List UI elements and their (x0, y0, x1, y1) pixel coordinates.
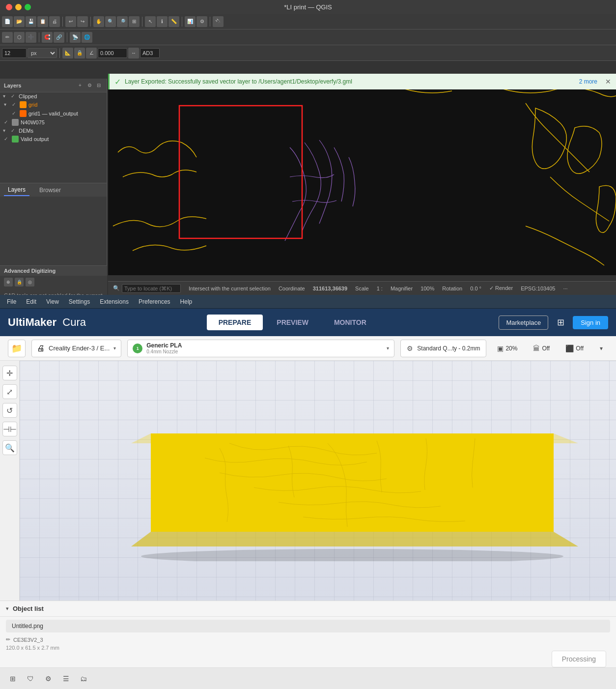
quality-text: Standard Q...ty - 0.2mm (417, 345, 480, 352)
gps-icon[interactable]: 📡 (70, 32, 81, 43)
scale-tool-button[interactable]: ⤢ (2, 384, 17, 399)
tab-layers[interactable]: Layers (4, 184, 29, 196)
adv-dig-icon[interactable]: 📐 (62, 48, 73, 58)
layer-properties-icon[interactable]: ⚙ (196, 16, 207, 27)
font-size-input[interactable] (2, 48, 27, 58)
layers-panel-header: Layers + ⚙ ⊟ (0, 79, 107, 92)
list-item[interactable]: ✓ N40W075 (0, 118, 107, 127)
per-object-settings-icon[interactable]: ⚙ (41, 672, 55, 686)
maximize-button[interactable] (25, 4, 31, 10)
signin-button[interactable]: Sign in (573, 316, 608, 329)
menu-help[interactable]: Help (180, 298, 193, 305)
material-select[interactable]: 1 Generic PLA 0.4mm Nozzle ▾ (127, 340, 394, 357)
undo-icon[interactable]: ↩ (65, 16, 76, 27)
browser-icon[interactable]: 🌐 (82, 32, 92, 43)
support-blocker-icon[interactable]: 🛡 (24, 672, 37, 686)
zoom-tool-button[interactable]: 🔍 (2, 440, 17, 455)
toolbar-row-2: ✏ ⬡ ➕ 🧲 🔗 📡 🌐 (0, 29, 616, 45)
cura-section: File Edit View Settings Extensions Prefe… (0, 295, 616, 689)
menu-view[interactable]: View (46, 298, 59, 305)
object-item-model[interactable]: ✏ CE3E3V2_3 (0, 634, 616, 645)
map-area[interactable] (108, 79, 616, 275)
node-tool-icon[interactable]: ⬡ (14, 32, 25, 43)
list-item[interactable]: ▾ ✓ grid (0, 100, 107, 109)
collapse-icon[interactable]: ⊟ (95, 82, 103, 89)
model-svg (98, 404, 606, 561)
tab-prepare[interactable]: PREPARE (207, 315, 263, 330)
pan-icon[interactable]: ✋ (93, 16, 104, 27)
select-icon[interactable]: ↖ (145, 16, 156, 27)
minimize-button[interactable] (15, 4, 22, 10)
measure-icon[interactable]: 📏 (168, 16, 179, 27)
more-notifications[interactable]: 2 more (579, 78, 597, 85)
quality-settings[interactable]: ⚙ Standard Q...ty - 0.2mm (400, 340, 486, 357)
digitize-icon[interactable]: ✏ (2, 32, 13, 43)
epsg-badge[interactable]: EPSG:103405 (521, 286, 555, 291)
object-item-file[interactable]: Untitled.png (6, 620, 610, 632)
redo-icon[interactable]: ↪ (77, 16, 88, 27)
select-models-icon[interactable]: ☰ (59, 672, 73, 686)
adhesion-group[interactable]: ⬛ Off (560, 340, 588, 357)
open-file-button[interactable]: 📁 (8, 340, 26, 357)
menu-settings[interactable]: Settings (69, 298, 90, 305)
settings-expand-button[interactable]: ▾ (594, 340, 608, 357)
angle-input[interactable] (98, 48, 127, 58)
cad-snap-icon[interactable]: ◎ (26, 278, 34, 287)
locate-input[interactable] (122, 284, 181, 293)
topology-icon[interactable]: 🔗 (54, 32, 64, 43)
arrange-icon[interactable]: ⊞ (6, 672, 20, 686)
support-group[interactable]: 🏛 Off (528, 340, 555, 357)
add-feature-icon[interactable]: ➕ (26, 32, 36, 43)
zoom-in-icon[interactable]: 🔍 (105, 16, 116, 27)
open-icon[interactable]: 📂 (14, 16, 25, 27)
angle-icon[interactable]: ∠ (86, 48, 97, 58)
viewport[interactable] (20, 361, 616, 601)
zoom-extent-icon[interactable]: ⊞ (129, 16, 140, 27)
separator (90, 17, 91, 27)
save-as-icon[interactable]: 📋 (37, 16, 48, 27)
lock-icon[interactable]: 🔒 (74, 48, 85, 58)
printer-bar: 📁 🖨 Creality Ender-3 / E... ▾ 1 Generic … (0, 336, 616, 361)
mirror-tool-button[interactable]: ⊣⊢ (2, 422, 17, 436)
close-notification[interactable]: ✕ (605, 78, 611, 86)
object-list-toggle[interactable]: ▾ (6, 605, 9, 612)
attribute-table-icon[interactable]: 📊 (185, 16, 196, 27)
tab-preview[interactable]: PREVIEW (265, 315, 320, 330)
save-icon[interactable]: 💾 (26, 16, 36, 27)
cad-icon[interactable]: ⊕ (4, 278, 13, 287)
list-item[interactable]: ▾ ✓ DEMs (0, 127, 107, 135)
rotate-tool-button[interactable]: ↺ (2, 403, 17, 418)
snapping-icon[interactable]: 🧲 (42, 32, 53, 43)
filter-icon[interactable]: ⚙ (85, 82, 93, 89)
cad-lock-icon[interactable]: 🔒 (15, 278, 24, 287)
tab-browser[interactable]: Browser (35, 185, 65, 196)
more-status[interactable]: ··· (563, 286, 567, 291)
list-item[interactable]: ▾ ✓ Clipped (0, 92, 107, 100)
dist-icon[interactable]: ↔ (128, 48, 139, 58)
qgis-section: *LI print — QGIS 📄 📂 💾 📋 🖨 ↩ ↪ ✋ 🔍 🔎 ⊞ ↖… (0, 0, 616, 295)
render-checkbox[interactable]: ✓ Render (489, 285, 513, 291)
close-button[interactable] (6, 4, 12, 10)
grid-apps-icon[interactable]: ⊞ (553, 315, 568, 330)
menu-preferences[interactable]: Preferences (139, 298, 170, 305)
list-item[interactable]: ✓ grid1 — valid_output (0, 109, 107, 118)
dist-input[interactable] (140, 48, 160, 58)
add-layer-icon[interactable]: + (76, 82, 84, 89)
unit-select[interactable]: px (28, 48, 57, 58)
move-tool-button[interactable]: ✛ (2, 366, 17, 380)
print-icon[interactable]: 🖨 (49, 16, 60, 27)
menu-file[interactable]: File (7, 298, 16, 305)
separator (62, 17, 63, 27)
menu-edit[interactable]: Edit (26, 298, 36, 305)
identify-icon[interactable]: ℹ (157, 16, 168, 27)
zoom-out-icon[interactable]: 🔎 (117, 16, 128, 27)
plugins-icon[interactable]: 🔌 (213, 16, 224, 27)
menu-extensions[interactable]: Extensions (100, 298, 129, 305)
tab-monitor[interactable]: MONITOR (322, 315, 378, 330)
infill-group[interactable]: ▣ 20% (492, 340, 522, 357)
group-icon[interactable]: 🗂 (77, 672, 90, 686)
new-project-icon[interactable]: 📄 (2, 16, 13, 27)
marketplace-button[interactable]: Marketplace (499, 316, 548, 330)
list-item[interactable]: ✓ Valid output (0, 135, 107, 144)
printer-select[interactable]: 🖨 Creality Ender-3 / E... ▾ (31, 340, 121, 357)
